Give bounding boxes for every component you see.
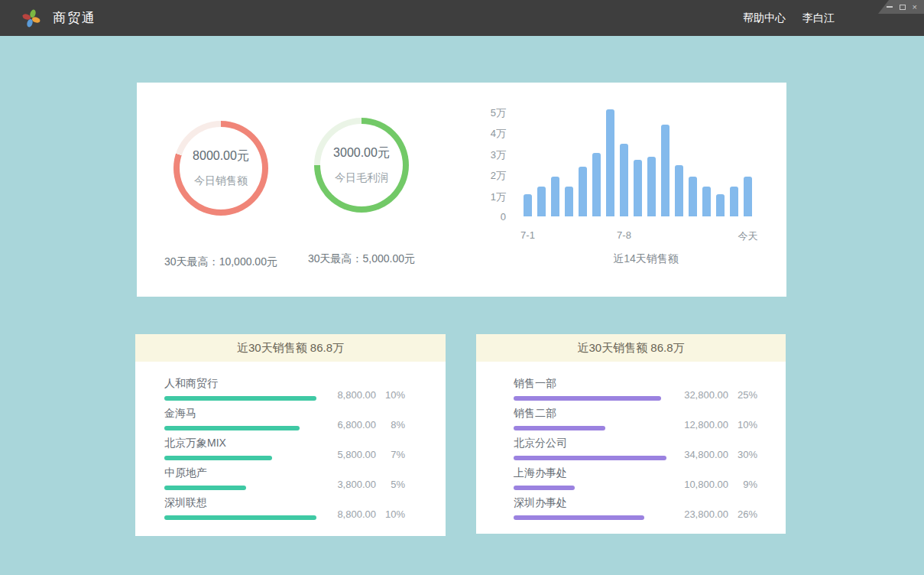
item-progress-bar <box>514 515 644 520</box>
item-progress-bar <box>164 426 300 430</box>
summary-card: 8000.00元 今日销售额 30天最高：10,000.00元 3000.00元… <box>137 83 786 297</box>
item-percent: 10% <box>376 389 405 401</box>
x-axis-tick: 7-1 <box>520 229 535 241</box>
close-icon[interactable]: × <box>913 3 917 11</box>
item-percent: 10% <box>728 419 757 430</box>
item-value: 12,800.00 <box>684 419 728 430</box>
customers-card-title: 近30天销售额 86.8万 <box>135 334 446 362</box>
list-item: 金海马 6,800.00 8% <box>135 405 446 430</box>
y-axis-tick: 1万 <box>475 190 506 204</box>
item-label: 北京分公司 <box>514 437 666 450</box>
bar <box>620 144 628 216</box>
item-percent: 5% <box>376 479 405 490</box>
today-profit-block: 3000.00元 今日毛利润 30天最高：5,000.00元 <box>289 118 434 266</box>
bar <box>716 194 725 216</box>
y-axis-tick: 5万 <box>475 106 506 120</box>
minimize-icon[interactable] <box>887 6 893 8</box>
today-sales-30d-max: 30天最高：10,000.00元 <box>164 255 277 269</box>
item-label: 销售二部 <box>514 407 605 421</box>
today-profit-30d-max: 30天最高：5,000.00元 <box>308 252 415 266</box>
item-label: 金海马 <box>164 407 300 421</box>
app-title: 商贸通 <box>53 9 96 27</box>
x-axis-tick: 今天 <box>738 229 758 243</box>
titlebar: 商贸通 帮助中心 李白江 × <box>0 0 924 36</box>
today-sales-donut-chart: 8000.00元 今日销售额 <box>173 121 268 216</box>
item-value: 34,800.00 <box>684 449 728 460</box>
item-label: 人和商贸行 <box>164 377 316 391</box>
item-label: 北京万象MIX <box>164 437 272 450</box>
bar <box>579 167 587 216</box>
bar <box>730 187 738 216</box>
bar <box>524 194 532 216</box>
item-label: 深圳联想 <box>164 496 316 510</box>
bar <box>537 187 546 216</box>
username[interactable]: 李白江 <box>802 11 835 25</box>
item-value: 3,800.00 <box>337 479 376 490</box>
y-axis-tick: 3万 <box>475 148 506 162</box>
today-sales-block: 8000.00元 今日销售额 30天最高：10,000.00元 <box>148 121 293 269</box>
item-percent: 7% <box>376 449 405 460</box>
list-item: 上海办事处 10,800.00 9% <box>476 465 786 490</box>
today-sales-value: 8000.00元 <box>193 148 249 164</box>
bar <box>661 125 669 216</box>
bar <box>744 177 752 216</box>
item-progress-bar <box>514 426 605 430</box>
bar <box>606 109 614 216</box>
list-item: 销售二部 12,800.00 10% <box>476 405 786 430</box>
help-center-link[interactable]: 帮助中心 <box>743 11 786 25</box>
item-progress-bar <box>164 486 246 490</box>
today-profit-label: 今日毛利润 <box>335 171 388 185</box>
bar <box>689 177 697 216</box>
item-progress-bar <box>514 486 575 490</box>
x-axis-tick: 7-8 <box>617 229 631 241</box>
bar <box>675 165 683 216</box>
pinwheel-logo-icon <box>21 8 41 28</box>
item-percent: 25% <box>728 389 757 401</box>
y-axis-tick: 2万 <box>475 169 506 183</box>
item-label: 销售一部 <box>514 377 661 391</box>
item-progress-bar <box>164 456 272 460</box>
item-percent: 9% <box>728 479 757 490</box>
item-percent: 8% <box>376 419 405 430</box>
departments-sales-card: 近30天销售额 86.8万 销售一部 32,800.00 25% 销售二部 12… <box>476 334 786 534</box>
item-value: 6,800.00 <box>337 419 376 430</box>
y-axis-tick: 4万 <box>475 127 506 141</box>
item-label: 中原地产 <box>164 466 246 480</box>
bar <box>634 160 642 216</box>
item-percent: 30% <box>728 449 757 460</box>
list-item: 人和商贸行 8,800.00 10% <box>135 375 446 401</box>
item-progress-bar <box>514 456 666 460</box>
list-item: 深圳联想 8,800.00 10% <box>135 495 446 520</box>
list-item: 销售一部 32,800.00 25% <box>476 375 786 401</box>
window-controls: × <box>878 0 924 14</box>
bar <box>647 157 656 216</box>
item-value: 8,800.00 <box>337 389 376 401</box>
item-value: 23,800.00 <box>684 508 728 520</box>
item-label: 深圳办事处 <box>514 496 644 510</box>
departments-card-title: 近30天销售额 86.8万 <box>476 334 786 362</box>
customers-sales-card: 近30天销售额 86.8万 人和商贸行 8,800.00 10% 金海马 6,8… <box>135 334 446 536</box>
item-value: 5,800.00 <box>337 449 376 460</box>
y-axis-tick: 0 <box>475 211 506 223</box>
list-item: 中原地产 3,800.00 5% <box>135 465 446 490</box>
item-value: 32,800.00 <box>684 389 728 401</box>
bar <box>565 187 573 216</box>
item-value: 10,800.00 <box>684 479 728 490</box>
bar <box>702 187 711 216</box>
item-progress-bar <box>164 515 316 520</box>
today-profit-value: 3000.00元 <box>333 145 390 161</box>
today-sales-label: 今日销售额 <box>194 174 248 188</box>
item-percent: 26% <box>728 508 757 520</box>
maximize-icon[interactable] <box>900 5 906 10</box>
list-item: 北京万象MIX 5,800.00 7% <box>135 435 446 460</box>
item-percent: 10% <box>376 508 405 520</box>
item-progress-bar <box>164 396 316 401</box>
bar-chart-title: 近14天销售额 <box>613 252 679 266</box>
bar-chart-bars <box>524 109 752 216</box>
item-progress-bar <box>514 396 661 401</box>
bar <box>592 153 601 216</box>
item-value: 8,800.00 <box>337 508 376 520</box>
list-item: 深圳办事处 23,800.00 26% <box>476 495 786 520</box>
today-profit-donut-chart: 3000.00元 今日毛利润 <box>314 118 409 213</box>
list-item: 北京分公司 34,800.00 30% <box>476 435 786 460</box>
